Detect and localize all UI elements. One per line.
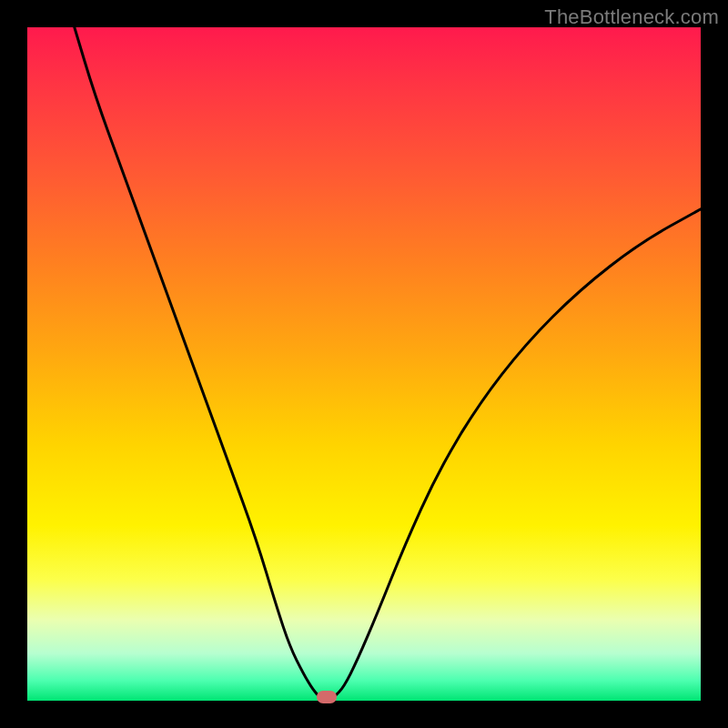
bottleneck-curve-path xyxy=(75,27,701,701)
watermark-text: TheBottleneck.com xyxy=(544,5,719,29)
optimal-point-marker xyxy=(317,691,337,703)
plot-area xyxy=(27,27,701,701)
chart-frame: TheBottleneck.com xyxy=(0,0,728,728)
curve-svg xyxy=(27,27,701,701)
